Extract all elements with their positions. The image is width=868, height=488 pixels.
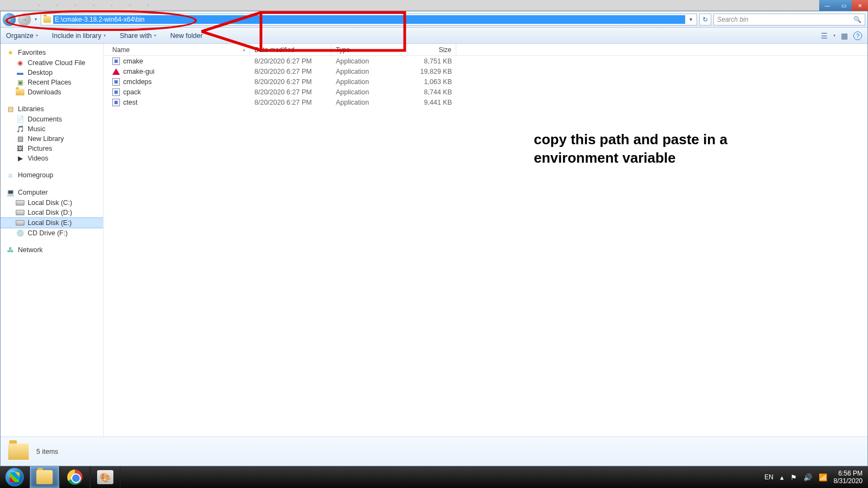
item-count: 5 items [36, 448, 58, 455]
maximize-button[interactable]: ▭ [835, 0, 852, 11]
sidebar-item-cd-drive[interactable]: 💿CD Drive (F:) [1, 228, 103, 238]
recent-icon: ▣ [16, 79, 24, 86]
sidebar-network-header[interactable]: 🖧Network [1, 245, 103, 255]
app-icon [112, 57, 120, 65]
taskbar: EN ▴ ⚑ 🔊 📶 6:56 PM 8/31/2020 [0, 466, 868, 488]
sidebar-libraries-header[interactable]: ▤Libraries [1, 104, 103, 114]
sidebar-computer-header[interactable]: 💻Computer [1, 187, 103, 198]
close-button[interactable]: ✕ [852, 0, 868, 11]
sidebar-item-creative-cloud[interactable]: ◉Creative Cloud File [1, 58, 103, 68]
sidebar-item-downloads[interactable]: Downloads [1, 87, 103, 97]
star-icon: ★ [6, 49, 15, 56]
file-name: cmake [123, 57, 143, 65]
file-date: 8/20/2020 6:27 PM [250, 78, 331, 86]
desktop-icon: ▬ [16, 69, 24, 76]
file-type: Application [331, 68, 407, 75]
organize-menu[interactable]: Organize▾ [6, 32, 38, 40]
column-type[interactable]: Type [331, 44, 407, 55]
sidebar-item-videos[interactable]: ▶Videos [1, 153, 103, 163]
help-button[interactable]: ? [853, 31, 862, 40]
homegroup-icon: ⌂ [6, 171, 15, 179]
file-list: Name▴ Date modified Type Size cmake8/20/… [104, 44, 867, 436]
taskbar-chrome[interactable] [60, 466, 90, 488]
taskbar-explorer[interactable] [29, 466, 60, 488]
sidebar-favorites-header[interactable]: ★Favorites [1, 47, 103, 58]
search-icon: 🔍 [853, 16, 861, 23]
file-row[interactable]: cmake-gui8/20/2020 6:27 PMApplication19,… [104, 66, 867, 76]
music-icon: 🎵 [16, 125, 24, 133]
address-dropdown[interactable]: ▾ [687, 16, 694, 22]
chevron-down-icon: ▾ [154, 33, 156, 38]
search-box[interactable]: Search bin 🔍 [713, 14, 865, 25]
back-button[interactable]: ← [3, 13, 16, 26]
background-browser-tabs: ◦◦◦◦◦◦◦ [0, 0, 868, 11]
drive-icon [16, 219, 24, 227]
windows-logo-icon [5, 468, 24, 486]
preview-pane-button[interactable]: ▦ [841, 31, 848, 40]
explorer-window: ← → ▾ ▾ ↻ Search bin 🔍 Organize▾ Include… [0, 11, 868, 466]
details-pane: 5 items [1, 436, 867, 466]
clock[interactable]: 6:56 PM 8/31/2020 [834, 470, 863, 485]
file-size: 1,063 KB [407, 78, 456, 86]
app-icon [112, 68, 120, 75]
address-input[interactable] [53, 15, 685, 24]
include-in-library-menu[interactable]: Include in library▾ [52, 32, 106, 40]
file-name: ctest [123, 99, 137, 106]
app-icon [112, 99, 120, 106]
system-tray: EN ▴ ⚑ 🔊 📶 6:56 PM 8/31/2020 [759, 470, 868, 485]
navigation-pane: ★Favorites ◉Creative Cloud File ▬Desktop… [1, 44, 104, 436]
chevron-down-icon[interactable]: ▾ [833, 33, 835, 38]
file-type: Application [331, 88, 407, 96]
column-date[interactable]: Date modified [250, 44, 331, 55]
file-size: 9,441 KB [407, 99, 456, 106]
sidebar-item-desktop[interactable]: ▬Desktop [1, 68, 103, 78]
file-row[interactable]: cmcldeps8/20/2020 6:27 PMApplication1,06… [104, 76, 867, 87]
refresh-button[interactable]: ↻ [699, 14, 711, 25]
sidebar-item-recent[interactable]: ▣Recent Places [1, 78, 103, 87]
sidebar-item-music[interactable]: 🎵Music [1, 124, 103, 134]
search-placeholder: Search bin [717, 16, 748, 23]
annotation-text: copy this path and paste in a environmen… [534, 131, 727, 168]
chevron-down-icon: ▾ [36, 33, 38, 38]
column-name[interactable]: Name▴ [104, 44, 250, 55]
file-size: 8,751 KB [407, 57, 456, 65]
view-options-button[interactable]: ☰ [821, 31, 828, 40]
taskbar-paint[interactable] [90, 466, 120, 488]
library-icon: ▤ [16, 135, 24, 143]
sidebar-item-pictures[interactable]: 🖼Pictures [1, 144, 103, 153]
picture-icon: 🖼 [16, 145, 24, 152]
network-icon[interactable]: 📶 [819, 473, 827, 481]
column-size[interactable]: Size [407, 44, 456, 55]
download-icon [16, 88, 24, 96]
sidebar-homegroup-header[interactable]: ⌂Homegroup [1, 170, 103, 181]
folder-icon: 📄 [16, 115, 24, 123]
language-indicator[interactable]: EN [764, 473, 774, 481]
action-center-icon[interactable]: ⚑ [790, 473, 797, 481]
file-row[interactable]: cpack8/20/2020 6:27 PMApplication8,744 K… [104, 87, 867, 97]
nav-history-dropdown[interactable]: ▾ [33, 17, 39, 22]
sidebar-item-drive-d[interactable]: Local Disk (D:) [1, 208, 103, 217]
sidebar-item-documents[interactable]: 📄Documents [1, 114, 103, 124]
share-with-menu[interactable]: Share with▾ [120, 32, 156, 40]
app-icon [112, 78, 120, 86]
address-bar[interactable]: ▾ [41, 14, 697, 25]
file-date: 8/20/2020 6:27 PM [250, 99, 331, 106]
explorer-icon [36, 470, 53, 484]
start-button[interactable] [0, 466, 29, 488]
sidebar-item-new-library[interactable]: ▤New Library [1, 134, 103, 144]
drive-icon [16, 209, 24, 216]
tray-chevron-icon[interactable]: ▴ [780, 473, 784, 481]
file-date: 8/20/2020 6:27 PM [250, 88, 331, 96]
chrome-icon [67, 470, 82, 485]
file-name: cpack [123, 88, 141, 96]
sidebar-item-drive-c[interactable]: Local Disk (C:) [1, 198, 103, 208]
app-icon [112, 88, 120, 96]
file-type: Application [331, 99, 407, 106]
file-row[interactable]: cmake8/20/2020 6:27 PMApplication8,751 K… [104, 56, 867, 66]
minimize-button[interactable]: — [819, 0, 835, 11]
file-row[interactable]: ctest8/20/2020 6:27 PMApplication9,441 K… [104, 97, 867, 107]
volume-icon[interactable]: 🔊 [803, 473, 812, 481]
new-folder-button[interactable]: New folder [170, 32, 203, 40]
forward-button[interactable]: → [18, 13, 31, 26]
sidebar-item-drive-e[interactable]: Local Disk (E:) [1, 217, 103, 228]
